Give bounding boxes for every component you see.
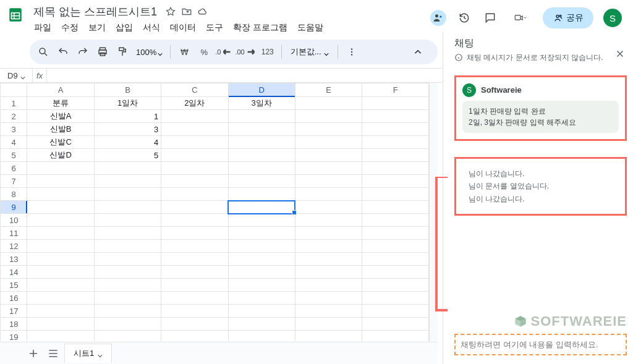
cell-D15[interactable] — [228, 279, 295, 292]
cell-F14[interactable] — [362, 266, 429, 279]
cell-C19[interactable] — [161, 331, 228, 342]
cell-E12[interactable] — [295, 240, 362, 253]
cell-B19[interactable] — [94, 331, 161, 342]
row-header-18[interactable]: 18 — [1, 318, 27, 331]
cell-B4[interactable]: 4 — [94, 136, 161, 149]
cell-B14[interactable] — [94, 266, 161, 279]
cell-F19[interactable] — [362, 331, 429, 342]
cell-C17[interactable] — [161, 305, 228, 318]
cell-B12[interactable] — [94, 240, 161, 253]
cell-B8[interactable] — [94, 188, 161, 201]
cell-A13[interactable] — [27, 253, 94, 266]
sheet-tab-1[interactable]: 시트1 — [64, 344, 112, 363]
row-header-3[interactable]: 3 — [1, 123, 27, 136]
cell-E7[interactable] — [295, 175, 362, 188]
cell-F18[interactable] — [362, 318, 429, 331]
cell-B1[interactable]: 1일차 — [94, 97, 161, 110]
cell-D1[interactable]: 3일차 — [228, 97, 295, 110]
cell-E2[interactable] — [295, 110, 362, 123]
cell-C8[interactable] — [161, 188, 228, 201]
col-header-E[interactable]: E — [295, 83, 362, 97]
cell-A14[interactable] — [27, 266, 94, 279]
cell-D16[interactable] — [228, 292, 295, 305]
cell-F11[interactable] — [362, 227, 429, 240]
cell-B6[interactable] — [94, 162, 161, 175]
percent-button[interactable]: % — [195, 43, 213, 61]
cell-B7[interactable] — [94, 175, 161, 188]
cell-E3[interactable] — [295, 123, 362, 136]
spreadsheet-grid[interactable]: ABCDEF1분류1일차2일차3일차2신발A13신발B34신발C45신발D567… — [0, 83, 438, 341]
menu-data[interactable]: 데이터 — [166, 21, 200, 35]
row-header-1[interactable]: 1 — [1, 97, 27, 110]
cell-A19[interactable] — [27, 331, 94, 342]
cell-A6[interactable] — [27, 162, 94, 175]
cell-D10[interactable] — [228, 214, 295, 227]
cell-F4[interactable] — [362, 136, 429, 149]
row-header-16[interactable]: 16 — [1, 292, 27, 305]
row-header-17[interactable]: 17 — [1, 305, 27, 318]
cell-B10[interactable] — [94, 214, 161, 227]
cell-D18[interactable] — [228, 318, 295, 331]
cell-D11[interactable] — [228, 227, 295, 240]
cell-B5[interactable]: 5 — [94, 149, 161, 162]
row-header-15[interactable]: 15 — [1, 279, 27, 292]
cell-A15[interactable] — [27, 279, 94, 292]
cell-E8[interactable] — [295, 188, 362, 201]
persona-icon[interactable] — [430, 10, 446, 26]
cell-C16[interactable] — [161, 292, 228, 305]
redo-icon[interactable] — [74, 43, 91, 61]
cell-A7[interactable] — [27, 175, 94, 188]
cell-D3[interactable] — [228, 123, 295, 136]
cell-F5[interactable] — [362, 149, 429, 162]
cell-E4[interactable] — [295, 136, 362, 149]
cell-F2[interactable] — [362, 110, 429, 123]
cell-F10[interactable] — [362, 214, 429, 227]
cell-E6[interactable] — [295, 162, 362, 175]
sheets-logo-icon[interactable] — [7, 4, 25, 26]
comment-icon[interactable] — [482, 10, 498, 26]
cell-C2[interactable] — [161, 110, 228, 123]
cell-C4[interactable] — [161, 136, 228, 149]
currency-button[interactable]: ₩ — [176, 43, 193, 61]
star-icon[interactable] — [164, 6, 177, 18]
cell-A16[interactable] — [27, 292, 94, 305]
cell-C3[interactable] — [161, 123, 228, 136]
menu-tools[interactable]: 도구 — [202, 21, 227, 35]
name-box[interactable]: D9 — [0, 71, 32, 80]
cell-C10[interactable] — [161, 214, 228, 227]
cell-E9[interactable] — [295, 201, 362, 214]
cell-C1[interactable]: 2일차 — [161, 97, 228, 110]
cell-D6[interactable] — [228, 162, 295, 175]
cell-D17[interactable] — [228, 305, 295, 318]
cell-A1[interactable]: 분류 — [27, 97, 94, 110]
move-folder-icon[interactable] — [181, 6, 193, 18]
cell-D12[interactable] — [228, 240, 295, 253]
increase-decimal-button[interactable]: .00 — [235, 43, 256, 61]
cell-B15[interactable] — [94, 279, 161, 292]
cell-A4[interactable]: 신발C — [27, 136, 94, 149]
cell-C18[interactable] — [161, 318, 228, 331]
cell-E15[interactable] — [295, 279, 362, 292]
add-sheet-icon[interactable] — [25, 345, 42, 362]
cell-A3[interactable]: 신발B — [27, 123, 94, 136]
cell-B18[interactable] — [94, 318, 161, 331]
share-button[interactable]: 공유 — [543, 7, 593, 28]
menu-insert[interactable]: 삽입 — [111, 21, 137, 35]
row-header-12[interactable]: 12 — [1, 240, 27, 253]
cell-A10[interactable] — [27, 214, 94, 227]
history-icon[interactable] — [456, 10, 472, 26]
cell-C12[interactable] — [161, 240, 228, 253]
cell-E19[interactable] — [295, 331, 362, 342]
row-header-10[interactable]: 10 — [1, 214, 27, 227]
menu-edit[interactable]: 수정 — [57, 21, 83, 35]
account-avatar[interactable]: S — [603, 9, 622, 27]
cell-E1[interactable] — [295, 97, 362, 110]
col-header-D[interactable]: D — [228, 83, 295, 97]
row-header-7[interactable]: 7 — [1, 175, 27, 188]
row-header-6[interactable]: 6 — [1, 162, 27, 175]
cell-B13[interactable] — [94, 253, 161, 266]
cell-F17[interactable] — [362, 305, 429, 318]
row-header-2[interactable]: 2 — [1, 110, 27, 123]
cell-A2[interactable]: 신발A — [27, 110, 94, 123]
cell-A9[interactable] — [27, 201, 94, 214]
